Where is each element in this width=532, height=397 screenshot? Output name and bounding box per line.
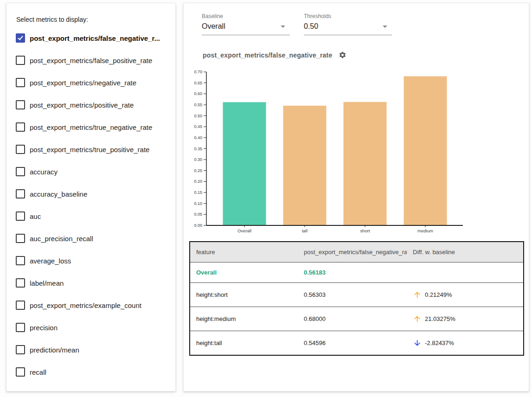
diff-cell: 0.21249% bbox=[407, 290, 523, 299]
metric-label: recall bbox=[30, 368, 46, 376]
metric-label: label/mean bbox=[30, 279, 64, 287]
metrics-table: feature post_export_metrics/false_negati… bbox=[189, 241, 524, 356]
metric-checkbox-item[interactable]: accuracy bbox=[6, 160, 175, 183]
checkbox[interactable] bbox=[16, 189, 25, 198]
value-cell: 0.54596 bbox=[298, 339, 407, 346]
metric-checkbox-item[interactable]: auc_precision_recall bbox=[6, 227, 175, 250]
metric-label: prediction/mean bbox=[30, 346, 79, 354]
feature-cell: height:tall bbox=[190, 339, 298, 346]
checkbox[interactable] bbox=[16, 122, 25, 132]
svg-text:medium: medium bbox=[417, 228, 433, 233]
metric-checkbox-item[interactable]: post_export_metrics/example_count bbox=[6, 294, 175, 316]
metric-checkbox-item[interactable]: post_export_metrics/true_positive_rate bbox=[6, 138, 175, 160]
value-cell: 0.56303 bbox=[298, 291, 407, 298]
diff-cell: -2.82437% bbox=[407, 339, 523, 347]
bar-chart: 0.000.050.100.150.200.250.300.350.400.45… bbox=[189, 68, 468, 237]
value-cell: 0.68000 bbox=[298, 315, 407, 322]
metric-checkbox-item[interactable]: auc bbox=[6, 205, 175, 227]
svg-text:0.45: 0.45 bbox=[194, 124, 202, 129]
checkbox[interactable] bbox=[16, 100, 25, 109]
checkbox[interactable] bbox=[16, 367, 25, 377]
checkbox[interactable] bbox=[16, 145, 25, 154]
metric-label: post_export_metrics/example_count bbox=[30, 301, 141, 309]
svg-text:0.40: 0.40 bbox=[194, 135, 202, 140]
svg-text:0.00: 0.00 bbox=[194, 223, 202, 228]
metric-checkbox-item[interactable]: post_export_metrics/positive_rate bbox=[6, 94, 175, 116]
table-row: height:medium 0.68000 21.03275% bbox=[190, 307, 523, 331]
svg-text:0.15: 0.15 bbox=[194, 190, 202, 195]
chart-title: post_export_metrics/false_negative_rate bbox=[203, 51, 332, 59]
chart-title-row: post_export_metrics/false_negative_rate bbox=[203, 51, 346, 59]
metric-label: post_export_metrics/positive_rate bbox=[30, 101, 134, 109]
metric-label: post_export_metrics/true_positive_rate bbox=[30, 146, 149, 154]
metric-label: post_export_metrics/negative_rate bbox=[30, 79, 136, 87]
metric-selector-title: Select metrics to display: bbox=[16, 16, 88, 23]
metric-checkbox-item[interactable]: average_loss bbox=[6, 250, 175, 272]
metric-checkbox-item[interactable]: recall bbox=[6, 361, 175, 383]
svg-text:tall: tall bbox=[302, 228, 308, 233]
table-row: height:tall 0.54596 -2.82437% bbox=[190, 331, 523, 355]
thresholds-select[interactable]: Thresholds 0.50 bbox=[304, 13, 392, 35]
metric-label: post_export_metrics/false_positive_rate bbox=[30, 57, 152, 64]
svg-text:0.50: 0.50 bbox=[194, 114, 202, 118]
baseline-select[interactable]: Baseline Overall bbox=[202, 13, 290, 35]
metric-checkbox-item[interactable]: precision bbox=[6, 316, 175, 339]
metric-label: auc bbox=[30, 212, 41, 220]
table-header-row: feature post_export_metrics/false_negati… bbox=[190, 242, 523, 263]
baseline-select-value[interactable]: Overall bbox=[202, 22, 290, 35]
svg-text:0.30: 0.30 bbox=[194, 157, 202, 162]
diff-cell: 21.03275% bbox=[407, 314, 523, 323]
gear-icon[interactable] bbox=[339, 51, 346, 59]
svg-text:short: short bbox=[360, 228, 370, 233]
checkbox[interactable] bbox=[16, 345, 25, 354]
checkbox[interactable] bbox=[16, 256, 25, 265]
checkbox[interactable] bbox=[16, 301, 25, 310]
metric-detail-panel: Baseline Overall Thresholds 0.50 post_ex… bbox=[183, 3, 529, 391]
metric-label: accuracy bbox=[30, 168, 58, 176]
metric-label: precision bbox=[30, 324, 58, 332]
chevron-down-icon bbox=[383, 26, 387, 28]
thresholds-select-value[interactable]: 0.50 bbox=[304, 22, 392, 35]
table-row: height:short 0.56303 0.21249% bbox=[190, 283, 523, 307]
checkbox[interactable] bbox=[16, 33, 25, 43]
svg-text:0.55: 0.55 bbox=[194, 102, 202, 107]
table-row: Overall 0.56183 bbox=[190, 263, 523, 283]
metric-checkbox-item[interactable]: accuracy_baseline bbox=[6, 183, 175, 205]
svg-text:0.35: 0.35 bbox=[194, 147, 202, 151]
checkbox[interactable] bbox=[16, 167, 25, 176]
metric-label: post_export_metrics/true_negative_rate bbox=[30, 123, 152, 131]
metric-checkbox-item[interactable]: post_export_metrics/false_negative_r... bbox=[6, 27, 175, 49]
metric-checkbox-item[interactable]: post_export_metrics/negative_rate bbox=[6, 71, 175, 94]
checkbox[interactable] bbox=[16, 56, 25, 65]
feature-cell: height:short bbox=[190, 291, 298, 298]
baseline-select-label: Baseline bbox=[202, 13, 290, 19]
svg-text:0.20: 0.20 bbox=[194, 179, 202, 184]
checkbox[interactable] bbox=[16, 211, 25, 221]
svg-text:0.65: 0.65 bbox=[194, 81, 202, 85]
metric-label: accuracy_baseline bbox=[30, 190, 87, 198]
chevron-down-icon bbox=[281, 26, 285, 28]
thresholds-select-label: Thresholds bbox=[304, 13, 392, 19]
up-arrow-icon bbox=[413, 314, 422, 323]
metric-checkbox-item[interactable]: post_export_metrics/false_positive_rate bbox=[6, 49, 175, 71]
feature-cell: Overall bbox=[190, 269, 298, 276]
column-header-metric: post_export_metrics/false_negative_rat..… bbox=[298, 249, 407, 256]
svg-text:0.60: 0.60 bbox=[194, 91, 202, 96]
down-arrow-icon bbox=[413, 339, 422, 347]
checkbox[interactable] bbox=[16, 234, 25, 243]
metric-checkbox-item[interactable]: label/mean bbox=[6, 272, 175, 294]
svg-text:Overall: Overall bbox=[237, 228, 251, 233]
value-cell: 0.56183 bbox=[298, 269, 407, 276]
metric-selector-panel: Select metrics to display: post_export_m… bbox=[6, 3, 176, 391]
metric-label: average_loss bbox=[30, 257, 71, 265]
metric-checkbox-item[interactable]: post_export_metrics/true_negative_rate bbox=[6, 116, 175, 138]
svg-text:0.70: 0.70 bbox=[194, 70, 202, 74]
checkbox[interactable] bbox=[16, 323, 25, 332]
metric-checkbox-item[interactable]: prediction/mean bbox=[6, 339, 175, 361]
svg-text:0.25: 0.25 bbox=[194, 168, 202, 173]
checkbox[interactable] bbox=[16, 78, 25, 87]
feature-cell: height:medium bbox=[190, 315, 298, 322]
column-header-diff: Diff. w. baseline bbox=[407, 249, 523, 256]
checkbox[interactable] bbox=[16, 278, 25, 288]
svg-text:0.10: 0.10 bbox=[194, 201, 202, 206]
